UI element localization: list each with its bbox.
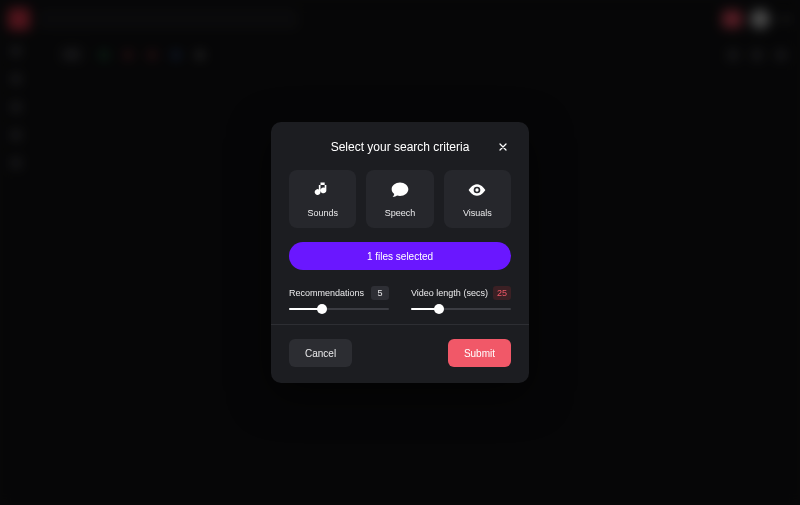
speech-bubble-icon — [390, 180, 410, 202]
slider-value: 5 — [371, 286, 389, 300]
slider-thumb[interactable] — [434, 304, 444, 314]
eye-icon — [467, 180, 487, 202]
cancel-button[interactable]: Cancel — [289, 339, 352, 367]
modal-title: Select your search criteria — [331, 140, 470, 154]
criteria-label: Speech — [385, 208, 416, 218]
criteria-sounds[interactable]: Sounds — [289, 170, 356, 228]
files-selected-button[interactable]: 1 files selected — [289, 242, 511, 270]
submit-button[interactable]: Submit — [448, 339, 511, 367]
criteria-label: Visuals — [463, 208, 492, 218]
slider-track[interactable] — [411, 308, 511, 310]
slider-value: 25 — [493, 286, 511, 300]
slider-label: Video length (secs) — [411, 288, 488, 298]
search-criteria-modal: Select your search criteria Sounds Speec… — [271, 122, 529, 383]
video-length-slider: Video length (secs) 25 — [411, 286, 511, 310]
music-note-icon — [313, 180, 333, 202]
recommendations-slider: Recommendations 5 — [289, 286, 389, 310]
criteria-speech[interactable]: Speech — [366, 170, 433, 228]
criteria-label: Sounds — [307, 208, 338, 218]
divider — [271, 324, 529, 325]
close-button[interactable] — [495, 140, 511, 156]
modal-overlay: Select your search criteria Sounds Speec… — [0, 0, 800, 505]
criteria-visuals[interactable]: Visuals — [444, 170, 511, 228]
slider-label: Recommendations — [289, 288, 364, 298]
close-icon — [497, 141, 509, 155]
slider-track[interactable] — [289, 308, 389, 310]
slider-thumb[interactable] — [317, 304, 327, 314]
